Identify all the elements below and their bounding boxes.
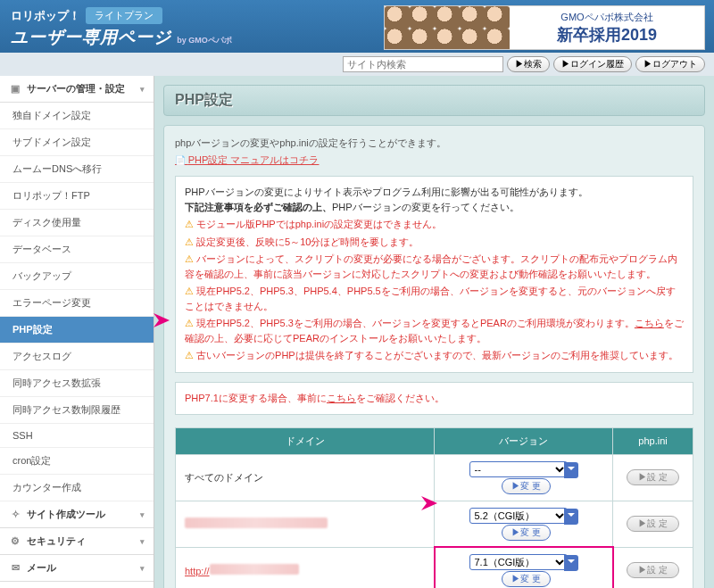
server-icon: ▣ bbox=[9, 83, 21, 95]
topbar: ▶検索 ▶ログイン履歴 ▶ログアウト bbox=[0, 53, 714, 76]
domain-link[interactable]: http:// bbox=[185, 566, 210, 576]
chevron-down-icon: ▾ bbox=[140, 85, 145, 94]
col-version: バージョン bbox=[435, 427, 613, 454]
change-button[interactable]: ▶変 更 bbox=[502, 571, 551, 587]
sidebar-section-server[interactable]: ▣ サーバーの管理・設定▾ bbox=[0, 76, 154, 103]
tools-icon: ✧ bbox=[9, 509, 21, 521]
recruitment-banner[interactable]: GMOペパボ株式会社 新卒採用2019 bbox=[384, 5, 705, 50]
php71-note: PHP7.1に変更する場合、事前にこちらをご確認ください。 bbox=[175, 382, 693, 415]
chevron-down-icon: ▾ bbox=[140, 510, 145, 519]
domain-table: ドメイン バージョン php.ini すべてのドメイン -- ▶変 更 ▶設 定 bbox=[175, 427, 693, 589]
sidebar-item-php[interactable]: PHP設定 bbox=[0, 317, 154, 344]
warning-box: PHPバージョンの変更によりサイト表示やプログラム利用に影響が出る可能性がありま… bbox=[175, 176, 693, 373]
select-arrow-icon bbox=[564, 555, 578, 571]
sidebar-item-accesslog[interactable]: アクセスログ bbox=[0, 344, 154, 370]
domain-cell: すべてのドメイン bbox=[176, 454, 435, 501]
domain-cell: http:// bbox=[176, 547, 435, 588]
sidebar-item-ssh[interactable]: SSH bbox=[0, 424, 154, 448]
plan-badge: ライトプラン bbox=[86, 7, 162, 24]
header: ロリポップ！ ライトプラン ユーザー専用ページ by GMOペパボ GMOペパボ… bbox=[0, 0, 714, 53]
mail-icon: ✉ bbox=[9, 562, 21, 575]
sidebar-item-muumuu[interactable]: ムームーDNSへ移行 bbox=[0, 156, 154, 183]
sidebar-section-mail[interactable]: ✉ メール▾ bbox=[0, 555, 154, 582]
chevron-down-icon: ▾ bbox=[140, 564, 145, 573]
sidebar-section-tools[interactable]: ✧ サイト作成ツール▾ bbox=[0, 501, 154, 528]
gear-icon: ⚙ bbox=[9, 535, 21, 548]
pear-link[interactable]: こちら bbox=[635, 318, 664, 328]
change-button[interactable]: ▶変 更 bbox=[502, 525, 551, 541]
sidebar-item-cron[interactable]: cron設定 bbox=[0, 448, 154, 475]
chevron-down-icon: ▾ bbox=[140, 537, 145, 546]
sidebar-item-access-ext[interactable]: 同時アクセス数拡張 bbox=[0, 370, 154, 397]
main-content: PHP設定 phpバージョンの変更やphp.iniの設定を行うことができます。 … bbox=[154, 76, 714, 588]
php71-link[interactable]: こちら bbox=[327, 393, 356, 403]
logo: ロリポップ！ bbox=[11, 8, 80, 24]
table-row: 5.2（CGI版） ▶変 更 ▶設 定 bbox=[176, 501, 693, 547]
sidebar-section-user[interactable]: 👤 ユーザー設定▾ bbox=[0, 582, 154, 588]
change-button[interactable]: ▶変 更 bbox=[502, 478, 551, 494]
logout-button[interactable]: ▶ログアウト bbox=[635, 56, 705, 72]
sidebar-item-access-hist[interactable]: 同時アクセス数制限履歴 bbox=[0, 397, 154, 424]
manual-link[interactable]: PHP設定 マニュアルはコチラ bbox=[175, 154, 319, 165]
sidebar-item-domain[interactable]: 独自ドメイン設定 bbox=[0, 103, 154, 129]
sidebar-item-database[interactable]: データベース bbox=[0, 236, 154, 263]
version-select[interactable]: 7.1（CGI版） bbox=[469, 554, 568, 570]
login-history-button[interactable]: ▶ログイン履歴 bbox=[553, 56, 632, 72]
sidebar-item-ftp[interactable]: ロリポップ！FTP bbox=[0, 183, 154, 210]
page-title: PHP設定 bbox=[163, 85, 705, 116]
sidebar: ▣ サーバーの管理・設定▾ 独自ドメイン設定 サブドメイン設定 ムームーDNSへ… bbox=[0, 76, 154, 588]
table-row: すべてのドメイン -- ▶変 更 ▶設 定 bbox=[176, 454, 693, 501]
settings-button[interactable]: ▶設 定 bbox=[627, 562, 679, 578]
version-select[interactable]: 5.2（CGI版） bbox=[469, 508, 568, 524]
search-button[interactable]: ▶検索 bbox=[507, 56, 550, 72]
select-arrow-icon bbox=[564, 462, 578, 478]
description: phpバージョンの変更やphp.iniの設定を行うことができます。 bbox=[175, 137, 693, 150]
domain-cell bbox=[176, 501, 435, 547]
settings-button[interactable]: ▶設 定 bbox=[627, 516, 679, 532]
sidebar-item-disk[interactable]: ディスク使用量 bbox=[0, 210, 154, 236]
sidebar-item-backup[interactable]: バックアップ bbox=[0, 263, 154, 290]
sidebar-item-error[interactable]: エラーページ変更 bbox=[0, 290, 154, 317]
sidebar-item-subdomain[interactable]: サブドメイン設定 bbox=[0, 129, 154, 156]
version-select[interactable]: -- bbox=[469, 461, 568, 477]
settings-button[interactable]: ▶設 定 bbox=[627, 469, 679, 485]
select-arrow-icon bbox=[564, 509, 578, 525]
sidebar-section-security[interactable]: ⚙ セキュリティ▾ bbox=[0, 528, 154, 555]
col-phpini: php.ini bbox=[613, 427, 693, 454]
table-row: http:// 7.1（CGI版） ▶変 更 ▶設 定 bbox=[176, 547, 693, 588]
col-domain: ドメイン bbox=[176, 427, 435, 454]
sidebar-item-counter[interactable]: カウンター作成 bbox=[0, 475, 154, 501]
search-input[interactable] bbox=[343, 56, 503, 72]
